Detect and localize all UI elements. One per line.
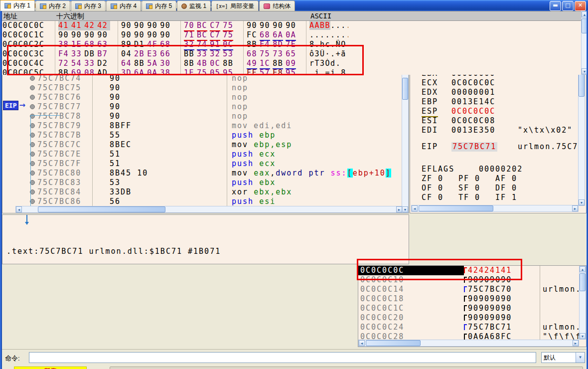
struct-icon: [264, 3, 270, 9]
close-button[interactable]: ✕: [575, 1, 586, 11]
register-row-ebp[interactable]: EBP0013E14C: [411, 97, 578, 107]
flags-row[interactable]: ZF 0PF 0AF 0: [411, 174, 578, 184]
disassembly-row[interactable]: 75C7BC7790nop: [2, 102, 402, 112]
register-row-esi[interactable]: ESI0C0C0C08: [411, 116, 578, 126]
breakpoint-dot-icon[interactable]: [30, 95, 35, 100]
flag-cf: CF 0: [422, 193, 458, 200]
memory-row[interactable]: 0C0C0C3CF433DBB7042BE366BB33325368757365…: [0, 49, 581, 59]
instruction-text: nop: [232, 102, 248, 112]
scroll-down-icon[interactable]: ▼: [579, 199, 585, 205]
disassembly-row[interactable]: 75C7BC8656push esi: [2, 197, 402, 206]
tab-label: 内存 2: [49, 2, 66, 10]
flags-row[interactable]: OF 0SF 0DF 0: [411, 184, 578, 193]
register-row-eflags[interactable]: EFLAGS00000202: [411, 165, 578, 174]
stack-address: 0C0C0C10: [360, 275, 404, 285]
memory-tab-dump[interactable]: 内存 3: [71, 0, 106, 11]
memory-tab-dump[interactable]: 内存 4: [106, 0, 141, 11]
register-name: ESI: [422, 116, 438, 126]
scroll-down-icon[interactable]: ▼: [580, 333, 586, 339]
scroll-right-icon[interactable]: ►: [573, 340, 579, 346]
stack-row[interactable]: 0C0C0C0C42424141: [358, 266, 579, 275]
scroll-right-icon[interactable]: ►: [572, 205, 578, 211]
registers-hscrollbar[interactable]: ◄ ►: [411, 205, 579, 212]
disassembly-hscrollbar[interactable]: ◄ ►: [15, 206, 403, 213]
scroll-up-icon[interactable]: ▲: [580, 266, 586, 272]
memory-row[interactable]: 0C0C0C2C381E686389D14F683274910C8BF48D7E…: [0, 40, 581, 49]
registers-vscrollbar[interactable]: ▲ ▼: [578, 59, 585, 206]
minimize-button[interactable]: ▬: [550, 1, 561, 11]
breakpoint-dot-icon[interactable]: [30, 104, 35, 109]
breakpoint-dot-icon[interactable]: [30, 85, 35, 90]
stack-rows[interactable]: 0C0C0C0C424241410C0C0C10909090900C0C0C14…: [358, 266, 579, 341]
memory-tab-struct[interactable]: 结构体: [259, 0, 295, 11]
stack-row[interactable]: 0C0C0C1090909090: [358, 275, 579, 285]
scroll-right-icon[interactable]: ►: [396, 206, 402, 212]
stack-row[interactable]: 0C0C0C1C90909090: [358, 304, 579, 313]
stack-row[interactable]: 0C0C0C1890909090: [358, 294, 579, 304]
column-divider: [180, 21, 181, 75]
instruction-address: 75C7BC76: [37, 93, 81, 102]
disassembly-row[interactable]: 75C7BC7C8BECmov ebp,esp: [2, 140, 402, 150]
instruction-bytes: 55: [110, 131, 121, 140]
memory-row[interactable]: 0C0C0C0C414142429090909070BCC77590909090…: [0, 21, 581, 30]
instruction-address: 75C7BC86: [37, 197, 81, 206]
command-profile-select[interactable]: 默认 ▼: [541, 352, 585, 363]
flag-tf: TF 0: [458, 193, 495, 200]
memory-tab-locals[interactable]: [x=]局部变量: [211, 0, 259, 11]
memory-tab-dump[interactable]: 内存 1: [0, 0, 35, 11]
column-divider: [55, 21, 55, 75]
scroll-left-icon[interactable]: ◄: [359, 340, 365, 346]
disassembly-row[interactable]: 75C7BC7590nop: [2, 83, 402, 93]
memory-row[interactable]: 0C0C0C4C725433D2648B5A308B4B0C8B491C8B09…: [0, 59, 581, 68]
register-row-eip[interactable]: EIP75C7BC71urlmon.75C7B: [411, 142, 578, 152]
instruction-address: 75C7BC75: [37, 83, 81, 93]
memory-address: 0C0C0C1C: [2, 30, 44, 40]
disassembly-row[interactable]: 75C7BC798BFFmov edi,edi: [2, 121, 402, 131]
disassembly-row[interactable]: 75C7BC7E51push ecx: [2, 150, 402, 159]
x32dbg-window: iexplore.exe - PID: 1216 - 模块: urlmon.dl…: [0, 0, 588, 369]
disassembly-row[interactable]: 75C7BC8353push ebx: [2, 178, 402, 187]
disassembly-row[interactable]: 75C7BC7490nop: [2, 74, 402, 83]
stack-value: 90909090: [464, 304, 512, 313]
stack-note: urlmon.7: [543, 323, 579, 332]
stack-hscrollbar[interactable]: ◄ ►: [358, 340, 579, 347]
memory-tab-watch[interactable]: 监视 1: [177, 0, 211, 11]
scroll-left-icon[interactable]: ◄: [16, 206, 22, 212]
disassembly-row[interactable]: 75C7BC8433DBxor ebx,ebx: [2, 187, 402, 197]
maximize-button[interactable]: □: [562, 1, 574, 11]
memory-row[interactable]: 0C0C0C5C8B6908AD3D6A0A381E750595FF57E895…: [0, 68, 581, 75]
chevron-down-icon[interactable]: ▼: [576, 353, 585, 363]
flags-row[interactable]: CF 0TF 0IF 1: [411, 193, 578, 200]
register-row-ecx[interactable]: ECX0C0C0C0C: [411, 78, 578, 88]
ascii-text: AABB......: [309, 21, 348, 30]
column-divider: [306, 21, 306, 75]
register-row-edi[interactable]: EDI0013E350"x\tx\x02": [411, 126, 578, 135]
stack-vscrollbar[interactable]: ▲ ▼: [579, 266, 586, 340]
disassembly-row[interactable]: 75C7BC7690nop: [2, 93, 402, 102]
stack-row[interactable]: 0C0C0C1475C7BC70urlmon.7: [358, 285, 579, 294]
hex-byte-group: F433DBB7: [58, 49, 110, 59]
disassembly-row[interactable]: 75C7BC7F51push ecx: [2, 159, 402, 169]
register-row-esp[interactable]: ESP0C0C0C0C: [411, 107, 578, 116]
disassembly-row[interactable]: 75C7BC7890nop: [2, 112, 402, 121]
scroll-left-icon[interactable]: ◄: [412, 205, 418, 211]
memory-row[interactable]: 0C0C0C1C909090909090909071BCC775FC686A0A…: [0, 30, 581, 40]
breakpoint-dot-icon[interactable]: [30, 76, 35, 81]
register-value: 0C0C0C0C: [451, 107, 495, 116]
memory-tab-dump[interactable]: 内存 2: [35, 0, 70, 11]
disassembly-row[interactable]: 75C7BC808B45 10mov eax,dword ptr ss:[ebp…: [2, 169, 402, 178]
memory-rows[interactable]: 0C0C0C0C414142429090909070BCC77590909090…: [0, 21, 581, 75]
hex-byte-group: 70BCC775: [184, 21, 236, 31]
scroll-down-icon[interactable]: ▼: [402, 206, 408, 212]
command-bar: 命令: 默认 ▼: [0, 349, 588, 367]
disassembly-row[interactable]: 75C7BC7B55push ebp: [2, 131, 402, 140]
stack-row[interactable]: 0C0C0C2475C7BC71urlmon.7: [358, 323, 579, 332]
stack-row[interactable]: 0C0C0C2090909090: [358, 313, 579, 323]
memory-tab-dump[interactable]: 内存 5: [142, 0, 176, 11]
register-list[interactable]: EAX0013E008EBX00000000ECX0C0C0C0CEDX0000…: [411, 59, 578, 200]
register-row-edx[interactable]: EDX00000001: [411, 88, 578, 97]
hex-byte-group: 8B4B0C8B: [184, 59, 236, 68]
stack-value: 75C7BC70: [464, 285, 512, 294]
instruction-bytes: 51: [110, 150, 121, 159]
command-input[interactable]: [29, 352, 536, 363]
